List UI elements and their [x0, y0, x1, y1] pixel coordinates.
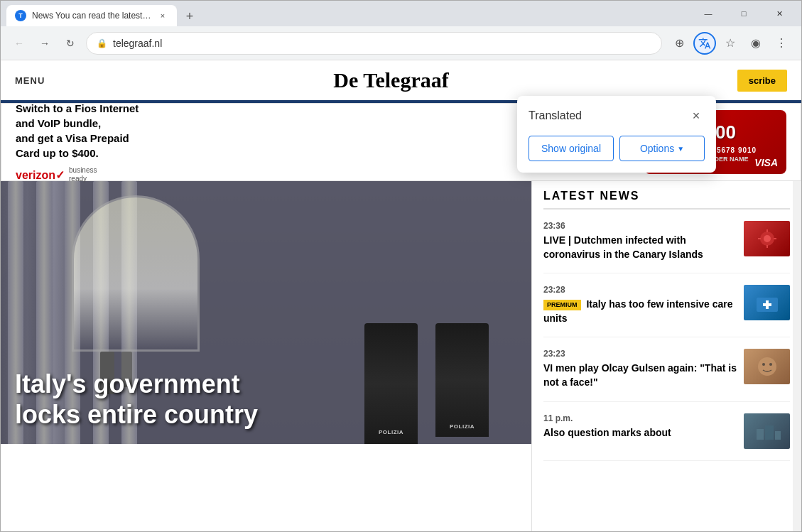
premium-badge: PREMIUM: [543, 300, 581, 310]
lock-icon: 🔒: [97, 38, 107, 48]
profile-icon[interactable]: ◉: [744, 32, 767, 55]
reload-button[interactable]: ↻: [60, 33, 80, 53]
tab-bar: T News You can read the latest ne × +: [6, 1, 200, 26]
tab-title: News You can read the latest ne: [32, 11, 151, 21]
minimize-button[interactable]: —: [692, 3, 725, 24]
browser-frame: T News You can read the latest ne × + — …: [0, 0, 802, 532]
tab-close-button[interactable]: ×: [157, 10, 168, 21]
news-thumb-face: [744, 349, 790, 384]
address-input[interactable]: 🔒 telegraaf.nl: [86, 32, 662, 55]
news-headline: LIVE | Dutchmen infected with coronaviru…: [543, 234, 737, 261]
window-controls: — □ ✕: [692, 3, 796, 24]
hero-text: Italy's government locks entire country: [15, 369, 258, 430]
face-icon: [753, 354, 781, 379]
news-headline: PREMIUM Italy has too few intensive care…: [543, 298, 737, 325]
title-bar: T News You can read the latest ne × + — …: [1, 1, 801, 26]
menu-icon[interactable]: ⋮: [770, 32, 793, 55]
news-sidebar: LATEST NEWS 23:36 LIVE | Dutchmen infect…: [531, 181, 801, 531]
translate-svg: [698, 37, 711, 50]
svg-rect-12: [757, 429, 764, 440]
news-headline: Also question marks about: [543, 426, 737, 440]
popup-close-button[interactable]: ×: [688, 107, 705, 124]
verizon-brand: verizon✓: [16, 168, 65, 182]
toolbar-icons: ⊕ ☆ ◉ ⋮: [668, 32, 793, 55]
svg-rect-14: [775, 431, 781, 440]
news-item[interactable]: 23:28 PREMIUM Italy has too few intensiv…: [543, 285, 790, 337]
address-bar: ← → ↻ 🔒 telegraaf.nl ⊕ ☆ ◉ ⋮: [1, 26, 801, 60]
ad-brand: verizon✓ businessready: [16, 166, 539, 183]
webpage: MENU De Telegraaf scribe Switch to a Fio…: [1, 60, 801, 531]
virus-icon: [753, 227, 781, 251]
business-ready: businessready: [69, 166, 97, 183]
subscribe-button[interactable]: scribe: [737, 70, 787, 92]
police-figure-1: POLIZIA: [364, 323, 418, 444]
news-item-content: 23:36 LIVE | Dutchmen infected with coro…: [543, 221, 737, 261]
police-figure-2: POLIZIA: [435, 323, 489, 437]
svg-rect-13: [765, 425, 774, 440]
tab-favicon: T: [15, 10, 26, 21]
news-thumb-medical: [744, 285, 790, 320]
latest-news-title: LATEST NEWS: [543, 190, 790, 210]
popup-title: Translated: [529, 109, 582, 122]
medical-icon: [753, 291, 781, 315]
translation-popup: Translated × Show original Options ▼: [517, 96, 716, 173]
svg-point-10: [762, 363, 765, 366]
forward-button[interactable]: →: [35, 33, 55, 53]
ad-text-section: Switch to a Fios Internetand VoIP bundle…: [16, 103, 539, 183]
hero-image: POLIZIA POLIZIA Italy's government locks…: [1, 181, 531, 444]
news-left: POLIZIA POLIZIA Italy's government locks…: [1, 181, 531, 531]
news-item[interactable]: 11 p.m. Also question marks about: [543, 413, 790, 461]
svg-rect-8: [763, 303, 771, 306]
bookmark-icon[interactable]: ☆: [719, 32, 742, 55]
news-time: 23:23: [543, 349, 737, 359]
city-icon: [753, 418, 781, 443]
news-headline: VI men play Olcay Gulsen again: "That is…: [543, 362, 737, 389]
ad-card-visa: VISA: [754, 157, 778, 168]
news-time: 23:28: [543, 285, 737, 295]
ad-headline: Switch to a Fios Internetand VoIP bundle…: [16, 103, 539, 161]
svg-point-9: [758, 357, 776, 376]
menu-label[interactable]: MENU: [15, 75, 45, 86]
police-figures: POLIZIA POLIZIA: [364, 323, 489, 444]
maximize-button[interactable]: □: [727, 3, 760, 24]
hero-arch: [72, 195, 200, 352]
news-thumb-virus: [744, 221, 790, 256]
zoom-icon[interactable]: ⊕: [668, 32, 690, 55]
site-logo: De Telegraaf: [59, 68, 722, 92]
news-thumb-city: [744, 413, 790, 449]
options-button[interactable]: Options ▼: [619, 136, 705, 161]
police-label-1: POLIZIA: [379, 429, 403, 435]
show-original-button[interactable]: Show original: [529, 136, 614, 161]
news-item[interactable]: 23:23 VI men play Olcay Gulsen again: "T…: [543, 349, 790, 401]
news-time: 11 p.m.: [543, 413, 737, 423]
news-item-content: 11 p.m. Also question marks about: [543, 413, 737, 449]
translate-icon[interactable]: [693, 32, 716, 55]
back-button[interactable]: ←: [9, 33, 29, 53]
popup-header: Translated ×: [529, 107, 705, 124]
popup-buttons: Show original Options ▼: [529, 136, 705, 161]
options-arrow: ▼: [677, 145, 684, 153]
address-text: telegraaf.nl: [113, 38, 162, 49]
hero-headline: Italy's government locks entire country: [15, 369, 258, 429]
options-label: Options: [640, 143, 674, 154]
new-tab-button[interactable]: +: [180, 6, 200, 26]
active-tab[interactable]: T News You can read the latest ne ×: [6, 5, 177, 26]
svg-point-11: [769, 363, 772, 366]
news-item-content: 23:28 PREMIUM Italy has too few intensiv…: [543, 285, 737, 325]
police-label-2: POLIZIA: [450, 423, 475, 430]
news-item-content: 23:23 VI men play Olcay Gulsen again: "T…: [543, 349, 737, 389]
close-button[interactable]: ✕: [763, 3, 796, 24]
news-time: 23:36: [543, 221, 737, 231]
news-item[interactable]: 23:36 LIVE | Dutchmen infected with coro…: [543, 221, 790, 273]
svg-point-1: [764, 235, 771, 242]
